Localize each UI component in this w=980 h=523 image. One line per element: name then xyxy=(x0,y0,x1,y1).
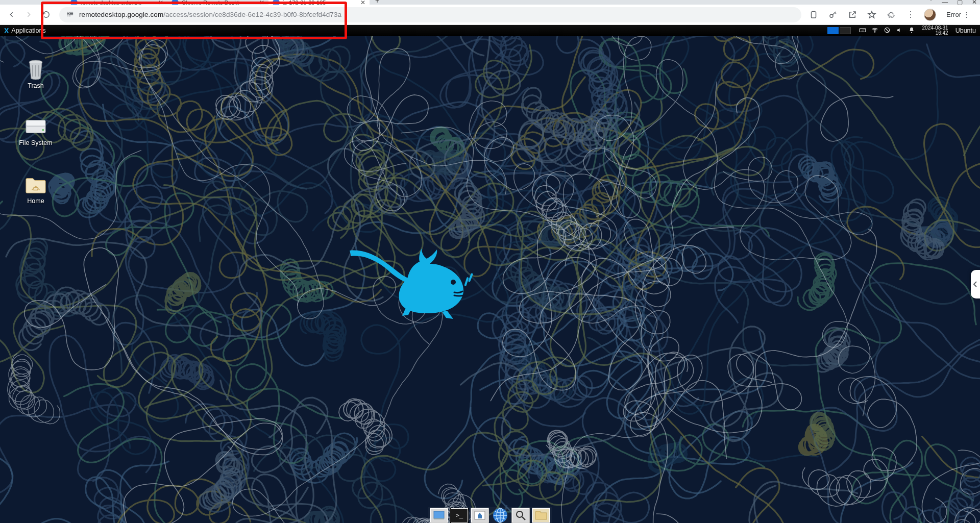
url-host: remotedesktop.google.com xyxy=(79,11,163,18)
favicon xyxy=(273,0,280,5)
wifi-icon[interactable] xyxy=(871,27,878,35)
dock-show-desktop[interactable] xyxy=(430,508,448,523)
svg-point-0 xyxy=(68,13,68,13)
xfce-logo-icon: X xyxy=(4,27,9,35)
desktop-wallpaper[interactable]: Trash File System Home xyxy=(0,25,980,523)
omnibox[interactable]: remotedesktop.google.com/access/session/… xyxy=(59,7,801,22)
forward-button[interactable] xyxy=(21,8,36,22)
xfce-top-panel: X Applications 2024-08-31 16:42 Ubuntu xyxy=(0,25,980,36)
volume-icon[interactable] xyxy=(896,27,903,35)
topographic-pattern xyxy=(0,25,980,523)
close-icon[interactable]: ✕ xyxy=(259,0,264,5)
home-folder-icon xyxy=(25,175,46,195)
favicon xyxy=(172,0,179,5)
desktop-icon-label: Home xyxy=(27,197,44,205)
notifications-icon[interactable] xyxy=(908,27,915,35)
tab-title: remote desktop extensio xyxy=(81,0,142,5)
tab-1[interactable]: remote desktop extensio ✕ xyxy=(66,0,167,5)
extensions-icon[interactable] xyxy=(885,9,897,21)
svg-rect-4 xyxy=(468,273,473,282)
close-icon[interactable]: ✕ xyxy=(360,0,365,5)
desktop-icon-label: Trash xyxy=(28,82,44,89)
dock-web-browser[interactable] xyxy=(491,508,509,523)
dock-app-finder[interactable] xyxy=(511,508,530,523)
keyboard-icon[interactable] xyxy=(859,27,866,35)
desktop-icon-filesystem[interactable]: File System xyxy=(14,117,57,146)
clock[interactable]: 2024-08-31 16:42 xyxy=(919,26,951,36)
svg-rect-14 xyxy=(434,518,444,519)
session-user-label[interactable]: Ubuntu xyxy=(951,27,980,34)
remote-viewport: Trash File System Home X Applications xyxy=(0,25,980,523)
profile-avatar[interactable] xyxy=(924,9,936,21)
workspace-1[interactable] xyxy=(827,27,839,34)
toolbar-right: ⋮ Error ⋮ xyxy=(807,9,976,21)
network-disabled-icon[interactable] xyxy=(884,27,891,35)
url-path: /access/session/ce8d36de-6e12-4c39-b0f0-… xyxy=(163,11,341,18)
reload-button[interactable] xyxy=(39,8,53,22)
workspace-2[interactable] xyxy=(840,27,851,34)
bookmark-icon[interactable] xyxy=(866,9,878,21)
desktop-icon-home[interactable]: Home xyxy=(14,175,57,205)
url-text: remotedesktop.google.com/access/session/… xyxy=(79,11,341,18)
svg-point-11 xyxy=(874,31,875,32)
dock-terminal[interactable]: >_ xyxy=(450,508,469,523)
tab-3-active[interactable]: ip-172-31-20-185 ✕ xyxy=(268,0,370,5)
svg-rect-13 xyxy=(434,511,444,518)
favicon xyxy=(70,0,78,5)
menu-icon[interactable]: ⋮ xyxy=(904,9,917,21)
clock-time: 16:42 xyxy=(922,31,948,36)
svg-point-19 xyxy=(517,511,523,517)
applications-label: Applications xyxy=(11,27,45,34)
key-icon[interactable] xyxy=(827,9,839,21)
svg-rect-8 xyxy=(26,120,45,126)
error-label: Error xyxy=(946,11,961,18)
xfce-dock: >_ xyxy=(428,507,552,523)
svg-point-5 xyxy=(451,280,456,285)
svg-point-2 xyxy=(830,14,833,17)
new-tab-button[interactable]: + xyxy=(370,0,385,5)
svg-rect-3 xyxy=(464,277,469,286)
tab-2[interactable]: Chrome Remote Deskt ✕ xyxy=(167,0,268,5)
browser-toolbar: remotedesktop.google.com/access/session/… xyxy=(0,5,980,25)
open-external-icon[interactable] xyxy=(846,9,859,21)
tab-title: Chrome Remote Deskt xyxy=(182,0,239,5)
close-icon[interactable]: ✕ xyxy=(158,0,163,5)
trash-icon xyxy=(25,60,46,80)
drive-icon xyxy=(25,117,46,137)
back-button[interactable] xyxy=(4,8,18,22)
error-button[interactable]: Error ⋮ xyxy=(943,9,973,20)
svg-rect-16 xyxy=(478,515,482,518)
applications-menu[interactable]: X Applications xyxy=(0,25,50,36)
tab-title: ip-172-31-20-185 xyxy=(283,0,326,5)
dock-file-manager[interactable] xyxy=(471,508,489,523)
browser-tab-strip: remote desktop extensio ✕ Chrome Remote … xyxy=(0,0,980,5)
svg-rect-1 xyxy=(812,12,816,18)
desktop-icon-label: File System xyxy=(19,139,52,146)
system-tray xyxy=(855,27,919,35)
svg-point-9 xyxy=(42,129,44,131)
workspace-switcher[interactable] xyxy=(827,27,851,34)
dock-home-folder[interactable] xyxy=(532,508,550,523)
site-settings-icon[interactable] xyxy=(66,10,74,19)
svg-rect-10 xyxy=(860,29,866,32)
desktop-icon-trash[interactable]: Trash xyxy=(14,60,57,89)
crd-side-panel-handle[interactable] xyxy=(971,270,980,298)
clipboard-icon[interactable] xyxy=(807,9,820,21)
xfce-mouse-logo xyxy=(347,239,480,321)
